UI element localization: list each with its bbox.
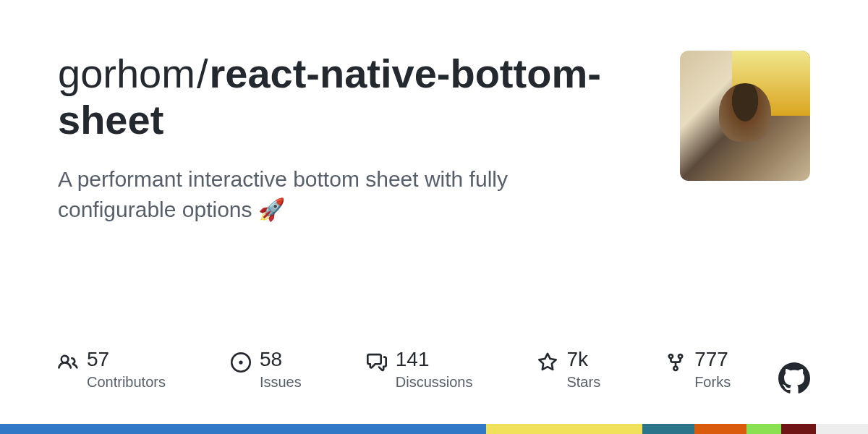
title-slash: / (197, 51, 208, 96)
star-icon (537, 352, 558, 373)
language-segment (816, 424, 868, 434)
repo-title: gorhom/react-native-bottom-sheet (58, 51, 651, 144)
issues-count: 58 (260, 349, 302, 370)
stars-count: 7k (566, 349, 600, 370)
discussion-icon (367, 352, 387, 373)
stat-discussions[interactable]: 141 Discussions (367, 349, 473, 391)
discussions-label: Discussions (396, 374, 473, 391)
language-segment (694, 424, 746, 434)
forks-count: 777 (694, 349, 731, 370)
owner-avatar[interactable] (680, 51, 810, 181)
fork-icon (665, 352, 686, 373)
people-icon (58, 352, 78, 373)
language-segment (781, 424, 816, 434)
contributors-label: Contributors (87, 374, 166, 391)
stars-label: Stars (566, 374, 600, 391)
forks-label: Forks (694, 374, 731, 391)
repo-owner[interactable]: gorhom (58, 51, 195, 96)
repo-stats: 57 Contributors 58 Issues 141 Discussion… (58, 349, 810, 391)
stat-issues[interactable]: 58 Issues (231, 349, 302, 391)
stat-stars[interactable]: 7k Stars (537, 349, 600, 391)
github-logo-icon[interactable] (778, 362, 810, 394)
language-segment (486, 424, 642, 434)
issues-label: Issues (260, 374, 302, 391)
issue-icon (231, 352, 251, 373)
contributors-count: 57 (87, 349, 166, 370)
language-segment (746, 424, 781, 434)
language-segment (642, 424, 694, 434)
stat-contributors[interactable]: 57 Contributors (58, 349, 166, 391)
discussions-count: 141 (396, 349, 473, 370)
language-segment (0, 424, 486, 434)
language-bar (0, 424, 868, 434)
repo-description: A performant interactive bottom sheet wi… (58, 164, 622, 225)
stat-forks[interactable]: 777 Forks (665, 349, 731, 391)
